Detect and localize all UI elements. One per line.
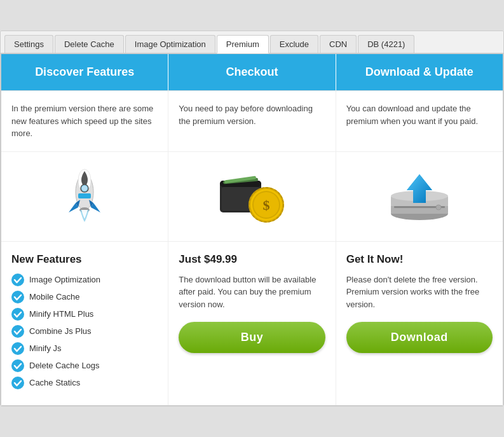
svg-point-5	[82, 186, 87, 191]
get-it-title: Get It Now!	[346, 253, 493, 266]
download-button[interactable]: Download	[346, 322, 493, 353]
feature-label: Image Optimization	[29, 275, 100, 284]
rocket-icon	[56, 168, 113, 225]
tab-cdn[interactable]: CDN	[320, 35, 357, 53]
columns-images: $	[1, 152, 503, 242]
wallet-coin-icon: $	[217, 168, 287, 225]
download-description: Please don't delete the free version. Pr…	[346, 274, 493, 311]
plugin-container: Settings Delete Cache Image Optimization…	[0, 31, 504, 406]
checkout-header: Checkout	[168, 54, 336, 90]
list-item: Minify Js	[11, 342, 158, 355]
list-item: Minify HTML Plus	[11, 308, 158, 321]
list-item: Mobile Cache	[11, 291, 158, 303]
svg-point-25	[11, 274, 24, 286]
tab-db[interactable]: DB (4221)	[358, 35, 414, 53]
check-icon	[11, 291, 24, 303]
feature-label: Mobile Cache	[29, 292, 80, 302]
columns-descriptions: In the premium version there are some ne…	[1, 91, 503, 152]
svg-point-29	[11, 342, 24, 355]
tab-delete-cache[interactable]: Delete Cache	[55, 35, 124, 53]
list-item: Image Optimization	[11, 274, 158, 286]
svg-text:$: $	[263, 197, 270, 213]
tab-image-optimization[interactable]: Image Optimization	[125, 35, 215, 53]
checkout-description: The download button will be available af…	[179, 274, 325, 311]
price-title: Just $49.99	[179, 253, 325, 266]
checkout-column: Just $49.99 The download button will be …	[168, 242, 336, 405]
columns-header: Discover Features Checkout Download & Up…	[1, 54, 503, 91]
download-disk-icon	[388, 168, 451, 225]
buy-button[interactable]: Buy	[179, 322, 325, 353]
main-content: Discover Features Checkout Download & Up…	[1, 53, 503, 406]
feature-label: Delete Cache Logs	[29, 361, 100, 370]
svg-point-22	[436, 205, 441, 210]
checkout-desc: You need to pay before downloading the p…	[168, 91, 336, 151]
check-icon	[11, 377, 24, 389]
feature-list: Image Optimization Mobile Cache Minify H…	[11, 274, 158, 389]
feature-label: Minify HTML Plus	[29, 309, 93, 319]
tab-bar: Settings Delete Cache Image Optimization…	[1, 31, 503, 53]
features-column: New Features Image Optimization Mobile C…	[1, 242, 168, 405]
wallet-image-container: $	[168, 152, 336, 241]
svg-point-31	[11, 377, 24, 389]
check-icon	[11, 308, 24, 321]
tab-exclude[interactable]: Exclude	[270, 35, 318, 53]
download-update-header: Download & Update	[336, 54, 503, 90]
list-item: Delete Cache Logs	[11, 359, 158, 372]
svg-point-30	[11, 359, 24, 372]
list-item: Cache Statics	[11, 377, 158, 389]
feature-label: Combine Js Plus	[29, 326, 92, 336]
check-icon	[11, 342, 24, 355]
svg-rect-2	[78, 193, 91, 198]
check-icon	[11, 359, 24, 372]
feature-label: Cache Statics	[29, 378, 80, 387]
columns-bottom: New Features Image Optimization Mobile C…	[1, 242, 503, 405]
svg-point-27	[11, 308, 24, 321]
download-update-desc: You can download and update the premium …	[336, 91, 503, 151]
disk-image-container	[336, 152, 503, 241]
discover-features-desc: In the premium version there are some ne…	[1, 91, 168, 151]
features-title: New Features	[11, 253, 158, 266]
list-item: Combine Js Plus	[11, 325, 158, 338]
rocket-image-container	[1, 152, 168, 241]
feature-label: Minify Js	[29, 343, 62, 353]
tab-settings[interactable]: Settings	[4, 35, 53, 53]
check-icon	[11, 274, 24, 286]
svg-point-28	[11, 325, 24, 338]
discover-features-header: Discover Features	[1, 54, 168, 90]
download-column: Get It Now! Please don't delete the free…	[336, 242, 503, 405]
tab-premium[interactable]: Premium	[217, 35, 269, 53]
svg-point-26	[11, 291, 24, 303]
check-icon	[11, 325, 24, 338]
